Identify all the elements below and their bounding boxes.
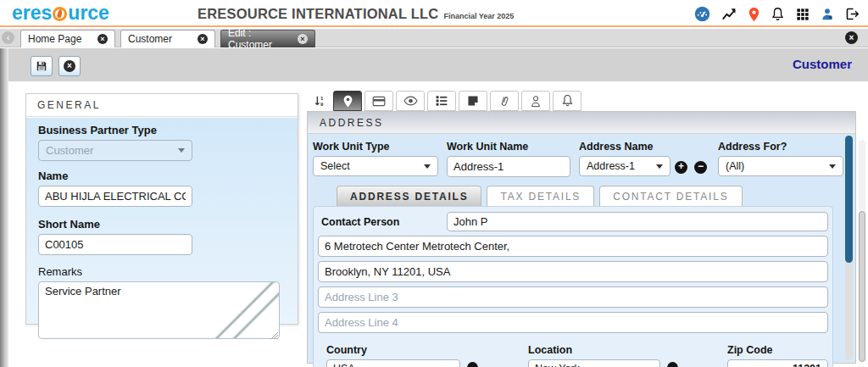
zip-code-label: Zip Code	[727, 344, 828, 356]
address-for-label: Address For?	[718, 141, 843, 153]
address-for-select[interactable]: (All)	[718, 156, 843, 176]
apps-grid-icon[interactable]	[796, 8, 810, 21]
select-value: Select	[320, 160, 350, 172]
tab-scroll-left-button[interactable]: ‹	[2, 31, 14, 44]
window-scrollbar[interactable]	[859, 140, 865, 362]
logo-text-left: eres	[12, 2, 52, 25]
preview-eye-icon	[403, 96, 418, 106]
app-logo[interactable]: eresurce	[12, 2, 109, 25]
nav-tab-home-page[interactable]: Home Page×	[20, 30, 115, 47]
sort-numeric-icon: 19	[313, 94, 326, 108]
location-input[interactable]	[528, 359, 660, 367]
bank-card-icon	[372, 96, 386, 107]
work-unit-name-input[interactable]	[447, 156, 570, 177]
tool-tab-sort[interactable]: 19	[309, 91, 331, 111]
address-name-select[interactable]: Address-1	[579, 156, 670, 176]
remarks-textarea[interactable]: Service Partner	[38, 281, 280, 339]
tab-label: Customer	[128, 33, 172, 45]
address-name-label: Address Name	[579, 141, 670, 153]
country-input[interactable]	[326, 359, 460, 367]
financial-year-label: Financial Year 2025	[443, 12, 514, 20]
app-header: eresurce ERESOURCE INTERNATIONAL LLC Fin…	[0, 0, 868, 27]
select-value: Address-1	[587, 160, 635, 172]
location-pin-icon[interactable]	[748, 7, 760, 22]
address-name-field: Address Name Address-1	[579, 141, 670, 177]
address-section-toolbar: 19	[309, 91, 581, 111]
country-dropdown-button[interactable]	[467, 362, 478, 367]
work-unit-name-field: Work Unit Name	[447, 141, 570, 177]
tool-tab-list[interactable]	[427, 91, 456, 111]
add-address-button[interactable]: +	[675, 161, 687, 174]
location-dropdown-button[interactable]	[667, 362, 678, 367]
tool-tab-address[interactable]	[333, 91, 362, 111]
work-unit-type-label: Work Unit Type	[313, 141, 438, 153]
zip-code-input[interactable]	[727, 359, 828, 367]
tab-label: Edit : Customer	[228, 27, 298, 51]
tool-tab-attachments[interactable]	[490, 91, 519, 111]
address-line-3-input[interactable]	[318, 286, 828, 308]
subtab-tax-details[interactable]: TAX DETAILS	[487, 186, 594, 206]
general-panel-body: Business Partner Type Customer Name Shor…	[26, 118, 298, 324]
svg-text:1: 1	[320, 96, 324, 101]
tool-tab-contacts[interactable]	[521, 91, 550, 111]
country-field: Country	[326, 344, 460, 367]
remove-address-button[interactable]: −	[694, 161, 707, 174]
work-unit-type-select[interactable]: Select	[313, 156, 438, 176]
notes-icon	[467, 95, 479, 107]
scrollbar-thumb[interactable]	[845, 136, 853, 263]
close-all-tabs-icon[interactable]: ×	[845, 31, 858, 44]
nav-tab-edit-customer[interactable]: Edit : Customer×	[220, 30, 315, 47]
reminder-bell-icon	[561, 94, 574, 108]
contact-person-label: Contact Person	[318, 216, 447, 228]
chevron-down-icon	[178, 148, 185, 153]
header-icon-bar	[694, 6, 860, 22]
analytics-chart-icon[interactable]	[721, 7, 737, 21]
general-panel-title: GENERAL	[26, 94, 298, 117]
zip-code-field: Zip Code	[727, 344, 828, 367]
tab-close-icon[interactable]: ×	[97, 34, 108, 44]
page-title: Customer	[793, 57, 852, 71]
close-button[interactable]: ×	[58, 56, 81, 76]
address-panel-scrollbar[interactable]	[845, 136, 853, 360]
scrollbar-thumb[interactable]	[859, 211, 865, 362]
business-partner-type-label: Business Partner Type	[38, 124, 287, 136]
address-line-4-input[interactable]	[318, 312, 828, 333]
nav-tab-customer[interactable]: Customer×	[120, 30, 215, 47]
name-input[interactable]	[38, 186, 192, 207]
tab-close-icon[interactable]: ×	[198, 34, 208, 44]
address-for-field: Address For? (All)	[718, 141, 843, 177]
notifications-bell-icon[interactable]	[771, 7, 785, 22]
tab-close-icon[interactable]: ×	[298, 34, 308, 44]
address-panel: ADDRESS Work Unit Type Select Work Unit …	[307, 111, 856, 364]
select-value: Customer	[46, 144, 93, 157]
short-name-input[interactable]	[38, 234, 192, 255]
business-partner-type-select[interactable]: Customer	[38, 140, 192, 161]
subtab-contact-details[interactable]: CONTACT DETAILS	[599, 186, 742, 206]
page-toolbar: × Customer	[8, 48, 868, 81]
location-pin-icon	[343, 95, 353, 108]
tool-tab-bank[interactable]	[364, 91, 393, 111]
subtab-address-details[interactable]: ADDRESS DETAILS	[337, 186, 481, 206]
dashboard-gauge-icon[interactable]	[694, 6, 710, 22]
company-title-wrap: ERESOURCE INTERNATIONAL LLC Financial Ye…	[198, 6, 514, 22]
select-value: (All)	[726, 160, 744, 172]
name-label: Name	[38, 170, 287, 182]
address-line-2-input[interactable]	[318, 261, 828, 282]
country-label: Country	[326, 344, 460, 356]
tool-tab-reminders[interactable]	[553, 91, 581, 111]
tab-label: Home Page	[28, 33, 81, 45]
list-view-icon	[435, 95, 448, 107]
address-details-panel: Contact Person Country Location	[313, 206, 833, 367]
company-title: ERESOURCE INTERNATIONAL LLC	[198, 6, 438, 22]
tool-tab-notes[interactable]	[459, 91, 487, 111]
logout-icon[interactable]	[845, 7, 860, 21]
tool-tab-preview[interactable]	[396, 91, 425, 111]
work-unit-type-field: Work Unit Type Select	[313, 141, 438, 177]
contact-person-input[interactable]	[447, 212, 828, 231]
user-icon[interactable]	[821, 7, 834, 21]
close-circle-icon: ×	[64, 60, 75, 72]
save-button[interactable]	[31, 56, 53, 76]
svg-text:9: 9	[320, 102, 324, 107]
address-line-1-input[interactable]	[318, 236, 828, 257]
address-panel-body: Work Unit Type Select Work Unit Name Add…	[313, 135, 833, 363]
